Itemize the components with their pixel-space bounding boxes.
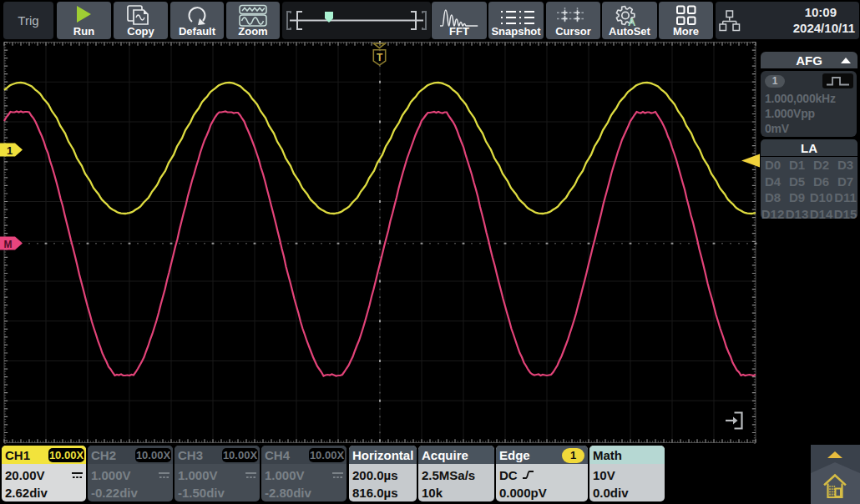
svg-text:M: M xyxy=(4,239,13,250)
svg-text:T: T xyxy=(377,52,383,63)
svg-text:1: 1 xyxy=(7,144,13,157)
